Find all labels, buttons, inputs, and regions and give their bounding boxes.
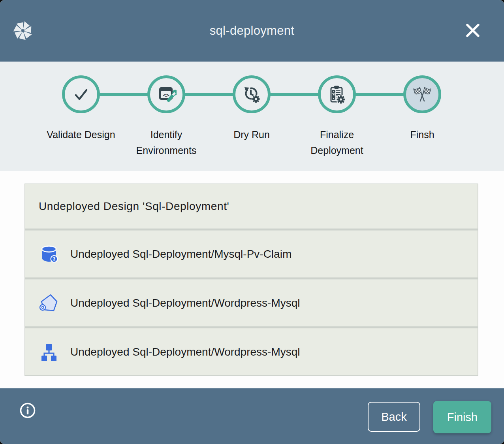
svg-text:<>: <>: [163, 92, 169, 98]
code-window-wrench-icon: <>: [156, 84, 177, 105]
step-circle-4: [318, 75, 356, 113]
results-content: Undeployed Design 'Sql-Deployment' ? Und…: [0, 171, 504, 388]
deployment-tree-icon: [39, 342, 59, 362]
clipboard-gear-icon: [327, 84, 347, 105]
step-label: Validate Design: [38, 127, 124, 142]
deployment-wizard-dialog: sql-deployment Validate Design: [0, 0, 504, 444]
info-icon: [19, 402, 36, 419]
message-text: Undeployed Sql-Deployment/Wordpress-Mysq…: [70, 346, 300, 358]
step-finish: Finsh: [380, 75, 465, 142]
finish-button[interactable]: Finish: [433, 401, 491, 433]
step-finalize-deployment: Finalize Deployment: [294, 75, 380, 158]
message-row-design[interactable]: Undeployed Design 'Sql-Deployment': [25, 184, 478, 229]
close-button[interactable]: [461, 18, 485, 43]
step-label: Identify Environments: [124, 127, 209, 158]
message-text: Undeployed Design 'Sql-Deployment': [39, 200, 229, 213]
step-circle-5: [403, 75, 441, 113]
back-button[interactable]: Back: [368, 402, 420, 432]
dialog-footer: Back Finish: [0, 388, 504, 444]
step-circle-1: [62, 75, 100, 113]
step-circle-3: [233, 75, 271, 113]
wizard-stepper: Validate Design <> Identify Environments: [0, 62, 504, 171]
message-text: Undeployed Sql-Deployment/Wordpress-Mysq…: [70, 297, 300, 309]
dialog-title: sql-deployment: [0, 0, 504, 62]
dialog-header: sql-deployment: [0, 0, 504, 62]
svg-text:?: ?: [53, 256, 56, 262]
database-icon: ?: [39, 244, 59, 264]
step-circle-2: <>: [147, 75, 185, 113]
step-dry-run: Dry Run: [209, 75, 294, 142]
history-gear-icon: [241, 84, 262, 105]
step-validate-design: Validate Design: [38, 75, 124, 142]
check-icon: [71, 84, 91, 104]
deployment-messages-list: Undeployed Design 'Sql-Deployment' ? Und…: [24, 184, 478, 376]
close-icon: [465, 22, 481, 38]
message-row-wordpress-mysql-deployment[interactable]: Undeployed Sql-Deployment/Wordpress-Mysq…: [25, 328, 478, 375]
info-button[interactable]: [19, 402, 36, 419]
checkered-flags-icon: [412, 84, 433, 105]
step-identify-environments: <> Identify Environments: [124, 75, 209, 158]
message-row-wordpress-mysql-service[interactable]: Undeployed Sql-Deployment/Wordpress-Mysq…: [25, 279, 478, 326]
step-label: Finsh: [380, 127, 465, 142]
step-label: Finalize Deployment: [294, 127, 380, 158]
step-label: Dry Run: [209, 127, 294, 142]
message-text: Undeployed Sql-Deployment/Mysql-Pv-Claim: [70, 248, 291, 260]
message-row-mysql-pv-claim[interactable]: ? Undeployed Sql-Deployment/Mysql-Pv-Cla…: [25, 230, 478, 277]
pentagon-service-icon: [39, 293, 59, 313]
